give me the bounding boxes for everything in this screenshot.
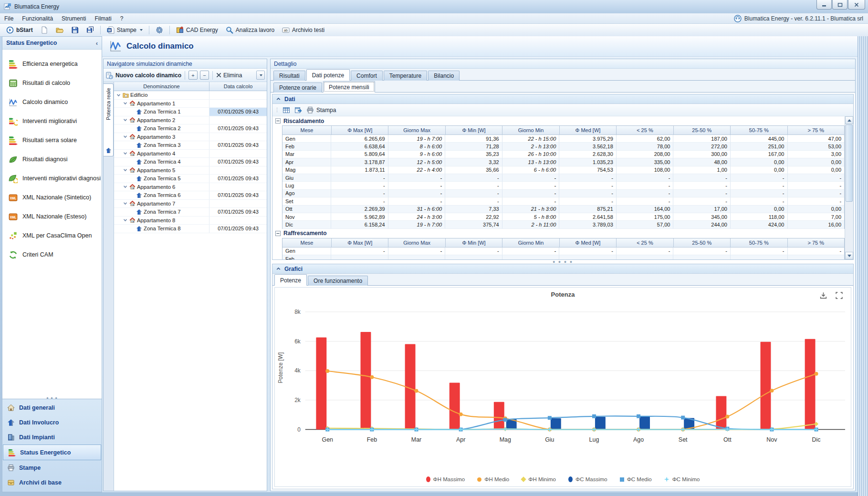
column-header[interactable]: Giorno Max xyxy=(388,238,445,248)
elimina-button[interactable]: Elimina xyxy=(216,72,242,79)
legend-item-h-medio[interactable]: ΦH Medio xyxy=(477,476,509,482)
column-header-data-calcolo[interactable]: Data calcolo xyxy=(209,82,267,91)
save-all-button[interactable] xyxy=(84,25,96,35)
table-row[interactable]: Ago--------- xyxy=(282,190,844,197)
collapse-box-icon[interactable] xyxy=(275,231,281,236)
column-header[interactable]: > 75 % xyxy=(788,238,844,248)
export-table-icon[interactable] xyxy=(294,106,302,114)
sidebar-item-risultati-di-calcolo[interactable]: Risultati di calcolo xyxy=(2,73,102,93)
download-icon[interactable] xyxy=(819,291,827,300)
settings-button[interactable] xyxy=(153,25,166,35)
table-row[interactable]: Set--------- xyxy=(282,197,844,205)
chevron-down-icon[interactable] xyxy=(123,184,128,189)
navigator-dropdown-button[interactable] xyxy=(256,71,265,80)
scroll-up-button[interactable] xyxy=(845,116,853,124)
chevron-down-icon[interactable] xyxy=(123,134,128,139)
table-row[interactable]: Feb6.638,648 - h 6:0071,282 - h 13:003.5… xyxy=(282,143,844,150)
cad-energy-button[interactable]: CAD Energy xyxy=(174,25,220,35)
bstart-button[interactable]: bStart xyxy=(4,25,35,35)
tree-row-zona-termica-6[interactable]: Zona Termica 6 07/01/2025 09:43 xyxy=(114,191,267,200)
menu-file[interactable]: File xyxy=(0,14,18,23)
close-button[interactable] xyxy=(848,0,865,10)
collapse-box-icon[interactable] xyxy=(275,118,281,124)
table-row[interactable]: Dic6.158,2419 - h 7:00375,742 - h 11:003… xyxy=(282,221,844,228)
column-header-denominazione[interactable]: Denominazione xyxy=(114,82,209,91)
table-row[interactable]: Gen--------- xyxy=(282,248,844,255)
menu-funzionalit[interactable]: Funzionalità xyxy=(18,14,57,23)
tree-row-appartamento-7[interactable]: Appartamento 7 xyxy=(114,200,267,208)
stampa-button[interactable]: Stampa xyxy=(306,106,336,114)
table-row[interactable]: Feb--------- xyxy=(282,255,844,259)
column-header[interactable]: Giorno Min xyxy=(502,238,559,248)
column-header[interactable]: 50-75 % xyxy=(731,126,787,135)
chevron-down-icon[interactable] xyxy=(123,117,128,123)
sidebar-item-interventi-migliorativi[interactable]: Interventi migliorativi xyxy=(2,112,102,131)
subtab-potenze-orarie[interactable]: Potenze orarie xyxy=(273,83,322,93)
column-header[interactable]: Φ Min [W] xyxy=(446,126,502,135)
menu-help[interactable]: ? xyxy=(116,14,128,23)
legend-item-c-medio[interactable]: ΦC Medio xyxy=(620,476,652,482)
chevron-down-icon[interactable] xyxy=(123,151,128,156)
minimize-button[interactable] xyxy=(816,0,832,10)
tree-row-appartamento-8[interactable]: Appartamento 8 xyxy=(114,217,267,225)
tree-row-appartamento-3[interactable]: Appartamento 3 xyxy=(114,133,267,142)
chevron-down-icon[interactable] xyxy=(116,93,121,98)
grafici-group-header[interactable]: Grafici xyxy=(272,264,853,274)
tree-row-appartamento-4[interactable]: Appartamento 4 xyxy=(114,150,267,158)
sidebar-section-dati-impianti[interactable]: Dati Impianti xyxy=(2,430,102,444)
sidebar-item-xml-nazionale-esteso[interactable]: XMLXML Nazionale (Esteso) xyxy=(2,207,102,226)
tree-row-zona-termica-8[interactable]: Zona Termica 8 07/01/2025 09:43 xyxy=(114,225,267,233)
tree-row-edificio[interactable]: Edificio xyxy=(114,91,267,100)
sidebar-section-dati-generali[interactable]: Dati generali xyxy=(2,400,102,415)
column-header[interactable]: 25-50 % xyxy=(674,238,731,248)
stampe-button[interactable]: W Stampe xyxy=(105,25,145,35)
column-header[interactable]: Giorno Min xyxy=(502,126,559,135)
sidebar-item-risultati-diagnosi[interactable]: Risultati diagnosi xyxy=(2,150,102,169)
column-header[interactable]: 25-50 % xyxy=(674,126,731,135)
tree-row-zona-termica-1[interactable]: Zona Termica 1 07/01/2025 09:43 xyxy=(114,108,267,116)
tree-row-zona-termica-4[interactable]: Zona Termica 4 07/01/2025 09:43 xyxy=(114,158,267,166)
save-button[interactable] xyxy=(69,25,81,35)
fullscreen-icon[interactable] xyxy=(835,291,843,300)
scroll-thumb[interactable] xyxy=(846,124,853,202)
tree-row-zona-termica-5[interactable]: Zona Termica 5 07/01/2025 09:43 xyxy=(114,175,267,183)
sidebar-item-xml-per-casaclima-open[interactable]: XML per CasaClima Open xyxy=(2,226,102,245)
column-header[interactable]: Φ Max [W] xyxy=(332,126,388,135)
scroll-down-button[interactable] xyxy=(845,252,853,259)
column-header[interactable]: Mese xyxy=(282,238,332,248)
grip-icon[interactable]: ⋮ xyxy=(274,107,278,113)
vertical-scrollbar[interactable] xyxy=(845,116,853,259)
chevron-down-icon[interactable] xyxy=(123,167,128,173)
tree-row-zona-termica-3[interactable]: Zona Termica 3 07/01/2025 09:43 xyxy=(114,141,267,150)
legend-item-c-massimo[interactable]: ΦC Massimo xyxy=(568,476,607,482)
table-row[interactable]: Gen6.265,6919 - h 7:0091,3622 - h 15:003… xyxy=(282,135,844,143)
tree-row-appartamento-5[interactable]: Appartamento 5 xyxy=(114,166,267,175)
tab-potenza-reale[interactable]: Potenza reale xyxy=(104,83,114,156)
table-row[interactable]: Mag1.873,1122 - h 4:0035,666 - h 6:00754… xyxy=(282,166,844,174)
restore-button[interactable] xyxy=(832,0,847,10)
column-header[interactable]: < 25 % xyxy=(617,238,673,248)
table-row[interactable]: Ott2.269,3931 - h 6:007,3321 - h 3:00875… xyxy=(282,206,844,213)
column-header[interactable]: Φ Max [W] xyxy=(332,238,388,248)
column-header[interactable]: Φ Med [W] xyxy=(560,238,617,248)
new-document-button[interactable] xyxy=(38,25,51,35)
table-row[interactable]: Apr3.178,8712 - h 5:003,3213 - h 13:001.… xyxy=(282,158,844,166)
sidebar-section-status-energetico[interactable]: Status Energetico xyxy=(3,444,101,460)
chart-tab-potenze[interactable]: Potenze xyxy=(274,274,307,286)
sidebar-section-stampe[interactable]: Stampe xyxy=(2,460,102,475)
column-header[interactable]: Φ Med [W] xyxy=(560,126,617,135)
chevron-down-icon[interactable] xyxy=(123,201,128,206)
tree-row-appartamento-1[interactable]: Appartamento 1 xyxy=(114,100,267,108)
menu-filmati[interactable]: Filmati xyxy=(90,14,115,23)
column-header[interactable]: > 75 % xyxy=(788,126,844,135)
tree-row-zona-termica-7[interactable]: Zona Termica 7 07/01/2025 09:43 xyxy=(114,208,267,217)
sidebar-item-efficienza-energetica[interactable]: Efficienza energetica xyxy=(2,54,102,73)
menu-strumenti[interactable]: Strumenti xyxy=(57,14,90,23)
collapse-all-button[interactable]: − xyxy=(200,71,209,80)
collapse-sidebar-button[interactable]: ‹ xyxy=(96,40,98,47)
column-header[interactable]: Giorno Max xyxy=(388,126,445,135)
tab-risultati[interactable]: Risultati xyxy=(273,71,305,81)
table-row[interactable]: Mar5.809,649 - h 6:0035,2326 - h 10:002.… xyxy=(282,151,844,158)
table-view-icon[interactable] xyxy=(282,106,290,114)
table-row[interactable]: Lug--------- xyxy=(282,182,844,189)
